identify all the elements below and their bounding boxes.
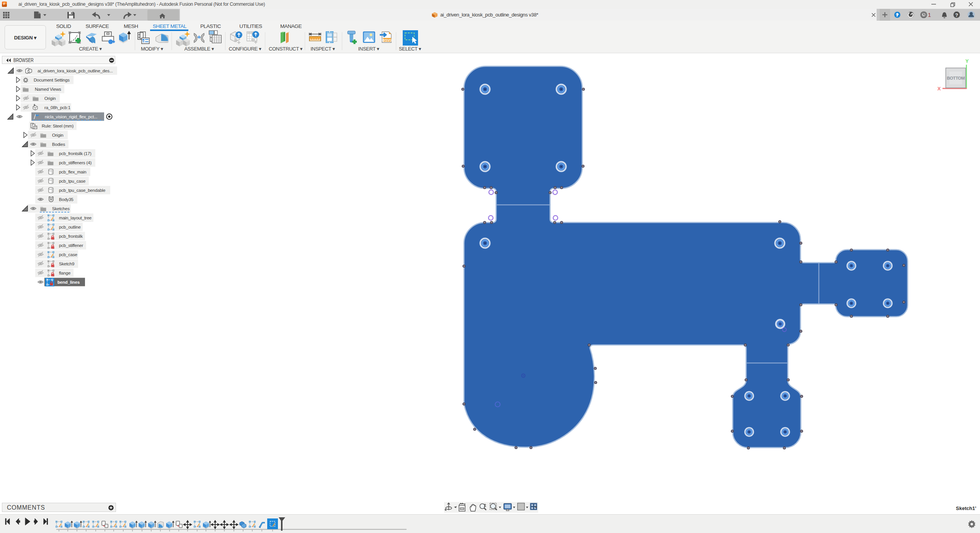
svg-text:1: 1 <box>928 12 931 18</box>
svg-text:Named Views: Named Views <box>35 87 61 92</box>
svg-text:pcb_tpu_case_bendable: pcb_tpu_case_bendable <box>59 188 105 193</box>
svg-text:X: X <box>938 86 941 92</box>
svg-text:Y: Y <box>965 58 969 64</box>
svg-text:Sketch9: Sketch9 <box>59 262 74 266</box>
svg-text:nicla_vision_rigid_flex_pct...: nicla_vision_rigid_flex_pct... <box>45 114 97 119</box>
svg-text:Sketches: Sketches <box>52 206 70 211</box>
svg-text:ra_08h_pcb:1: ra_08h_pcb:1 <box>44 105 70 110</box>
svg-text:Bodies: Bodies <box>52 142 65 147</box>
svg-text:pcb_frontsilk: pcb_frontsilk <box>59 234 83 239</box>
svg-text:ai_driven_lora_kiosk_pcb_outli: ai_driven_lora_kiosk_pcb_outline_des... <box>38 69 113 73</box>
svg-text:Body35: Body35 <box>59 197 74 202</box>
svg-text:pcb_flex_main: pcb_flex_main <box>59 170 87 174</box>
svg-text:bend_lines: bend_lines <box>57 280 80 284</box>
svg-text:pcb_frontsilk (17): pcb_frontsilk (17) <box>59 151 91 156</box>
svg-text:Document Settings: Document Settings <box>34 78 70 82</box>
svg-text:?: ? <box>955 12 958 18</box>
svg-text:BOTTOM: BOTTOM <box>947 76 965 80</box>
svg-text:pcb_tpu_case: pcb_tpu_case <box>59 179 85 183</box>
svg-text:Rule: Steel (mm): Rule: Steel (mm) <box>42 124 74 128</box>
svg-text:Origin: Origin <box>44 96 56 101</box>
svg-text:Origin: Origin <box>52 133 63 137</box>
svg-text:main_layout_tree: main_layout_tree <box>59 216 91 220</box>
svg-text:pcb_stiffener: pcb_stiffener <box>59 243 83 248</box>
svg-text:F: F <box>3 2 6 6</box>
svg-text:pcb_stiffeners (4): pcb_stiffeners (4) <box>59 160 91 165</box>
svg-text:⚙SVG: ⚙SVG <box>382 38 392 42</box>
svg-text:flange: flange <box>59 271 70 275</box>
svg-text:pcb_outline: pcb_outline <box>59 225 81 229</box>
svg-text:pcb_case: pcb_case <box>59 252 77 257</box>
